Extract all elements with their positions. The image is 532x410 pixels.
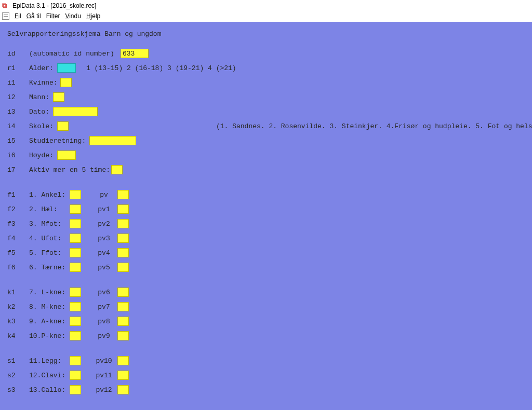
row-s2: s212.Clavi:pv11 <box>7 368 525 382</box>
form-title: Selvrapporteringsskjema Barn og ungdom <box>7 30 525 38</box>
code-id: id <box>7 50 29 58</box>
row-k2: k28. M-kne:pv7 <box>7 299 525 314</box>
code-s2: s2 <box>7 372 29 379</box>
row-k1: k17. L-kne:pv6 <box>7 285 525 299</box>
row-f3: f33. Mfot:pv2 <box>7 216 525 231</box>
code-f3: f3 <box>7 220 29 228</box>
row-i1: i1 Kvinne: <box>7 75 525 90</box>
field-s1[interactable] <box>70 356 81 365</box>
field-f6[interactable] <box>70 263 81 272</box>
menu-file[interactable]: Fil <box>15 12 21 20</box>
field-k3[interactable] <box>70 317 81 326</box>
code-i2: i2 <box>7 93 29 101</box>
menu-filter[interactable]: Filter <box>46 12 60 20</box>
field-i3[interactable] <box>53 107 98 116</box>
menu-window[interactable]: Vindu <box>65 12 81 20</box>
field-pv1[interactable] <box>117 204 129 214</box>
field-pv11[interactable] <box>117 371 129 380</box>
label-pv12: pv12 <box>92 386 115 394</box>
field-id[interactable]: 633 <box>121 49 149 58</box>
field-pv12[interactable] <box>117 385 129 394</box>
row-i6: i6 Høyde: <box>7 148 525 162</box>
field-pv10[interactable] <box>117 356 129 365</box>
label-i1: Kvinne: <box>29 79 60 87</box>
row-id: id (automatic id number) 633 <box>7 46 525 61</box>
code-f6: f6 <box>7 264 29 271</box>
row-i4: i4 Skole: (1. Sandnes. 2. Rosenvilde. 3.… <box>7 119 525 133</box>
label-k1: 7. L-kne: <box>29 289 70 296</box>
label-i2: Mann: <box>29 93 53 101</box>
row-f2: f22. Hæl:pv1 <box>7 202 525 216</box>
code-f5: f5 <box>7 249 29 257</box>
field-s2[interactable] <box>70 371 81 380</box>
code-r1: r1 <box>7 64 29 72</box>
field-i4[interactable] <box>57 121 69 131</box>
field-f5[interactable] <box>70 248 81 257</box>
field-pv3[interactable] <box>117 234 129 243</box>
row-i5: i5 Studieretning: <box>7 133 525 148</box>
field-i1[interactable] <box>60 78 72 87</box>
label-pv2: pv2 <box>92 220 115 228</box>
menu-goto[interactable]: Gå til <box>26 12 41 20</box>
field-pv8[interactable] <box>117 317 129 326</box>
field-f1[interactable] <box>70 190 81 199</box>
field-r1[interactable] <box>57 63 76 73</box>
field-k2[interactable] <box>70 302 81 311</box>
field-pv2[interactable] <box>117 219 129 228</box>
label-i4: Skole: <box>29 122 57 130</box>
label-k2: 8. M-kne: <box>29 303 70 311</box>
code-i4: i4 <box>7 122 29 130</box>
label-f2: 2. Hæl: <box>29 206 70 213</box>
row-k3: k39. A-kne:pv8 <box>7 314 525 329</box>
field-i7[interactable] <box>111 165 123 174</box>
label-pv10: pv10 <box>92 357 115 365</box>
row-f1: f11. Ankel:pv <box>7 187 525 202</box>
field-pv4[interactable] <box>117 248 129 257</box>
app-icon: ⧉ <box>2 2 9 9</box>
code-k3: k3 <box>7 318 29 325</box>
row-i3: i3 Dato: <box>7 104 525 119</box>
row-i2: i2 Mann: <box>7 90 525 104</box>
label-i3: Dato: <box>29 108 53 116</box>
field-pv7[interactable] <box>117 302 129 311</box>
row-f5: f55. Ffot:pv4 <box>7 245 525 260</box>
label-pv5: pv5 <box>92 264 115 271</box>
label-s1: 11.Legg: <box>29 357 70 365</box>
field-pv5[interactable] <box>117 263 129 272</box>
menubar: Fil Gå til Filter Vindu Hjelp <box>0 11 532 22</box>
field-i5[interactable] <box>89 136 136 145</box>
field-f4[interactable] <box>70 234 81 243</box>
label-pv7: pv7 <box>92 303 115 311</box>
field-i6[interactable] <box>57 151 76 160</box>
menu-help[interactable]: Hjelp <box>86 12 100 20</box>
field-pv9[interactable] <box>117 331 129 340</box>
label-s2: 12.Clavi: <box>29 372 70 379</box>
label-pv4: pv4 <box>92 249 115 257</box>
window-title: EpiData 3.1 - [2016_skole.rec] <box>12 2 96 9</box>
field-k1[interactable] <box>70 288 81 297</box>
row-s1: s111.Legg:pv10 <box>7 353 525 368</box>
label-i6: Høyde: <box>29 152 57 159</box>
field-f2[interactable] <box>70 204 81 214</box>
field-s3[interactable] <box>70 385 81 394</box>
label-f3: 3. Mfot: <box>29 220 70 228</box>
label-pv11: pv11 <box>92 372 115 379</box>
label-f5: 5. Ffot: <box>29 249 70 257</box>
label-f6: 6. Tærne: <box>29 264 70 271</box>
row-f4: f44. Ufot:pv3 <box>7 231 525 245</box>
label-i7: Aktiv mer en 5 time: <box>29 166 111 174</box>
row-s3: s313.Callo:pv12 <box>7 382 525 397</box>
label-id: (automatic id number) <box>29 50 121 58</box>
code-s1: s1 <box>7 357 29 365</box>
field-pv[interactable] <box>117 190 129 199</box>
field-pv6[interactable] <box>117 288 129 297</box>
field-k4[interactable] <box>70 331 81 340</box>
document-icon[interactable] <box>2 12 9 20</box>
label-f4: 4. Ufot: <box>29 235 70 242</box>
field-f3[interactable] <box>70 219 81 228</box>
code-i3: i3 <box>7 108 29 116</box>
code-s3: s3 <box>7 386 29 394</box>
form-canvas: Selvrapporteringsskjema Barn og ungdom i… <box>0 22 532 410</box>
field-i2[interactable] <box>53 92 64 102</box>
code-i6: i6 <box>7 152 29 159</box>
